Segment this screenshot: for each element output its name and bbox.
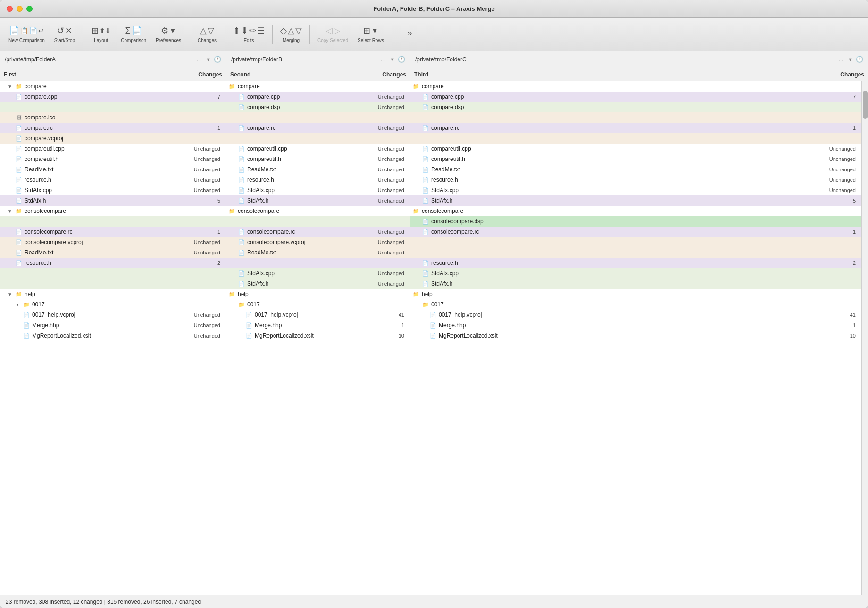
table-row[interactable]: 📄 ReadMe.txt Unchanged xyxy=(410,164,861,175)
table-row[interactable]: 📄 consolecompare.vcproj Unchanged xyxy=(0,237,226,247)
pathbar-ellipsis3[interactable]: ... xyxy=(837,56,845,63)
layout-button[interactable]: ⊞ ⬆⬇ Layout xyxy=(87,21,115,48)
table-row[interactable]: 📄 resource.h Unchanged xyxy=(0,175,226,185)
table-row[interactable]: 📄 compare.rc Unchanged xyxy=(226,123,410,133)
table-row[interactable] xyxy=(226,112,410,123)
table-row[interactable]: 📄 compare.rc 1 xyxy=(0,123,226,133)
table-row[interactable]: 📄 ReadMe.txt Unchanged xyxy=(226,164,410,175)
table-row[interactable]: 📁 consolecompare xyxy=(410,206,861,216)
table-row[interactable]: ▼ 📁 0017 xyxy=(0,299,226,310)
table-row[interactable] xyxy=(410,247,861,258)
pathbar-clock2[interactable]: 🕐 xyxy=(398,56,405,63)
select-rows-button[interactable]: ⊞ ▼ Select Rows xyxy=(354,21,388,48)
table-row[interactable]: 📄 StdAfx.cpp Unchanged xyxy=(226,185,410,195)
pane2-tree[interactable]: 📁 compare 📄 compare.cpp Unchanged xyxy=(226,81,410,595)
table-row[interactable]: 📄 resource.h 2 xyxy=(410,258,861,268)
table-row[interactable]: 📄 StdAfx.cpp Unchanged xyxy=(410,185,861,195)
minimize-button[interactable] xyxy=(17,6,23,12)
comparison-button[interactable]: Σ 📄 Comparison xyxy=(117,21,150,48)
table-row[interactable]: 📄 compare.dsp Unchanged xyxy=(226,102,410,112)
table-row[interactable]: 📄 consolecompare.rc Unchanged xyxy=(226,227,410,237)
table-row[interactable]: 📄 StdAfx.h Unchanged xyxy=(226,195,410,206)
more-button[interactable]: » xyxy=(396,21,424,48)
table-row[interactable] xyxy=(226,258,410,268)
table-row[interactable]: 📄 ReadMe.txt Unchanged xyxy=(226,247,410,258)
table-row[interactable]: 📄 consolecompare.dsp xyxy=(410,216,861,227)
scrollbar-track[interactable] xyxy=(862,81,868,595)
table-row[interactable]: 🖼 compare.ico xyxy=(0,112,226,123)
table-row[interactable]: 📄 Merge.hhp 1 xyxy=(410,320,861,330)
table-row[interactable]: 📄 0017_help.vcproj 41 xyxy=(410,310,861,320)
table-row[interactable]: ▼ 📁 compare xyxy=(0,81,226,92)
table-row[interactable]: 📁 0017 xyxy=(226,299,410,310)
table-row[interactable]: 📁 0017 xyxy=(410,299,861,310)
start-stop-button[interactable]: ↺ ✕ Start/Stop xyxy=(50,21,79,48)
changes-button[interactable]: △ ▽ Changes xyxy=(193,21,221,48)
table-row[interactable] xyxy=(0,279,226,289)
close-button[interactable] xyxy=(7,6,13,12)
new-comparison-button[interactable]: 📄 📋 📄 ↩ New Comparison xyxy=(5,21,49,48)
table-row[interactable] xyxy=(410,237,861,247)
merging-button[interactable]: ◇ △ ▽ Merging xyxy=(276,21,306,48)
table-row[interactable]: 📄 consolecompare.rc 1 xyxy=(410,227,861,237)
table-row[interactable]: ▼ 📁 consolecompare xyxy=(0,206,226,216)
table-row[interactable]: 📁 compare xyxy=(226,81,410,92)
table-row[interactable]: 📄 compareutil.cpp Unchanged xyxy=(410,144,861,154)
pathbar-clock3[interactable]: 🕐 xyxy=(856,56,863,63)
table-row[interactable]: 📄 resource.h Unchanged xyxy=(226,175,410,185)
table-row[interactable]: 📄 0017_help.vcproj Unchanged xyxy=(0,310,226,320)
table-row[interactable]: 📄 compare.rc 1 xyxy=(410,123,861,133)
table-row[interactable]: 📄 compare.cpp 7 xyxy=(0,92,226,102)
table-row[interactable]: 📄 StdAfx.h 5 xyxy=(0,195,226,206)
table-row[interactable]: 📄 compareutil.h Unchanged xyxy=(226,154,410,164)
table-row[interactable]: 📄 compareutil.h Unchanged xyxy=(410,154,861,164)
table-row[interactable]: 📄 resource.h 2 xyxy=(0,258,226,268)
table-row[interactable]: 📄 StdAfx.h 5 xyxy=(410,195,861,206)
table-row[interactable]: 📄 0017_help.vcproj 41 xyxy=(226,310,410,320)
table-row[interactable]: 📄 Merge.hhp 1 xyxy=(226,320,410,330)
pathbar-clock1[interactable]: 🕐 xyxy=(214,56,221,63)
table-row[interactable]: 📄 MgReportLocalized.xslt 10 xyxy=(226,330,410,341)
table-row[interactable]: 📄 compareutil.cpp Unchanged xyxy=(226,144,410,154)
scrollbar[interactable] xyxy=(861,81,868,595)
table-row[interactable]: 📄 StdAfx.cpp xyxy=(410,268,861,279)
table-row[interactable] xyxy=(0,216,226,227)
table-row[interactable]: 📁 consolecompare xyxy=(226,206,410,216)
table-row[interactable]: 📄 compareutil.h Unchanged xyxy=(0,154,226,164)
table-row[interactable] xyxy=(226,216,410,227)
pathbar-ellipsis2[interactable]: ... xyxy=(379,56,387,63)
table-row[interactable]: 📄 ReadMe.txt Unchanged xyxy=(0,247,226,258)
table-row[interactable]: 📄 compare.cpp 7 xyxy=(410,92,861,102)
table-row[interactable] xyxy=(410,112,861,123)
table-row[interactable]: 📄 compare.vcproj xyxy=(0,133,226,144)
table-row[interactable]: 📄 compareutil.cpp Unchanged xyxy=(0,144,226,154)
table-row[interactable]: 📄 StdAfx.cpp Unchanged xyxy=(226,268,410,279)
table-row[interactable] xyxy=(226,133,410,144)
preferences-button[interactable]: ⚙ ▼ Preferences xyxy=(152,21,185,48)
table-row[interactable]: 📄 MgReportLocalized.xslt Unchanged xyxy=(0,330,226,341)
table-row[interactable] xyxy=(0,268,226,279)
maximize-button[interactable] xyxy=(26,6,33,12)
table-row[interactable]: 📄 compare.cpp Unchanged xyxy=(226,92,410,102)
table-row[interactable]: 📄 resource.h Unchanged xyxy=(410,175,861,185)
window-controls[interactable] xyxy=(7,6,33,12)
table-row[interactable]: 📄 StdAfx.h Unchanged xyxy=(226,279,410,289)
table-row[interactable]: 📁 help xyxy=(226,289,410,299)
table-row[interactable]: 📄 StdAfx.h xyxy=(410,279,861,289)
table-row[interactable]: 📄 ReadMe.txt Unchanged xyxy=(0,164,226,175)
table-row[interactable]: 📁 compare xyxy=(410,81,861,92)
pane1-tree[interactable]: ▼ 📁 compare 📄 compare.cpp 7 xyxy=(0,81,226,595)
pathbar-ellipsis1[interactable]: ... xyxy=(195,56,203,63)
pane3-tree[interactable]: 📁 compare 📄 compare.cpp xyxy=(410,81,861,595)
table-row[interactable]: 📄 StdAfx.cpp Unchanged xyxy=(0,185,226,195)
table-row[interactable]: 📄 consolecompare.vcproj Unchanged xyxy=(226,237,410,247)
table-row[interactable] xyxy=(410,133,861,144)
table-row[interactable]: 📄 consolecompare.rc 1 xyxy=(0,227,226,237)
table-row[interactable]: 📄 compare.dsp xyxy=(410,102,861,112)
edits-button[interactable]: ⬆ ⬇ ✏ ☰ Edits xyxy=(229,21,268,48)
table-row[interactable] xyxy=(0,102,226,112)
table-row[interactable]: 📄 Merge.hhp Unchanged xyxy=(0,320,226,330)
table-row[interactable]: 📄 MgReportLocalized.xslt 10 xyxy=(410,330,861,341)
copy-selected-button[interactable]: ◁ ▷ Copy Selected xyxy=(314,21,352,48)
table-row[interactable]: ▼ 📁 help xyxy=(0,289,226,299)
